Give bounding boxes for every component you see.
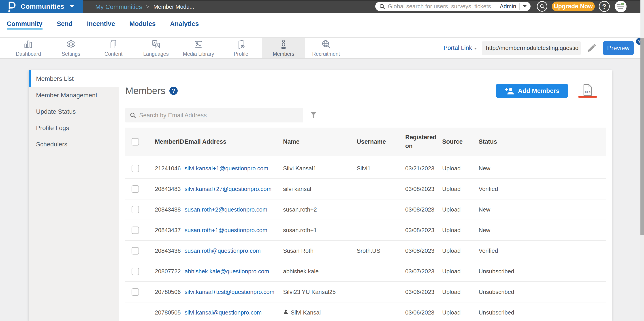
brand-block[interactable]: Communities	[0, 0, 83, 13]
cell-email-link[interactable]: silvi.kansal+1@questionpro.com	[184, 165, 268, 172]
toolbar-item[interactable]: Recruitment	[305, 38, 347, 58]
portal-url-field[interactable]: http://membermoduletesting.questio	[482, 42, 581, 55]
cell-status: New	[476, 227, 606, 234]
toolbar-item[interactable]: Members	[262, 38, 305, 58]
edit-pencil-icon[interactable]	[587, 44, 596, 53]
row-checkbox[interactable]	[132, 165, 139, 172]
cell-name: Susan Roth	[281, 247, 355, 254]
col-username[interactable]: Username	[355, 138, 403, 145]
cell-name: Silvi23 YU Kansal25	[281, 288, 355, 296]
cell-status: Unsubscribed	[476, 268, 606, 275]
member-search-input[interactable]	[139, 112, 298, 119]
chevron-down-icon[interactable]	[474, 48, 477, 50]
cell-name: Silvi Kansal1	[281, 165, 355, 172]
cell-registered: 03/06/2023	[403, 288, 440, 296]
portal-link-group: Portal Link http://membermoduletesting.q…	[444, 38, 634, 58]
table-row: 20780506 silvi.kansal+test@questionpro.c…	[125, 282, 606, 302]
xls-file-icon: XLS	[583, 84, 592, 96]
person-icon	[283, 309, 288, 316]
cell-name: susan.roth+1	[281, 227, 355, 234]
members-content: Members ? Add Members XLS	[125, 70, 606, 321]
nav-tab[interactable]: Modules	[129, 20, 156, 30]
cell-email-link[interactable]: susan.roth@questionpro.com	[184, 247, 261, 254]
help-button[interactable]: ?	[599, 1, 610, 12]
sidebar-item[interactable]: Members List	[29, 70, 119, 87]
scrollbar-thumb[interactable]	[640, 38, 644, 235]
col-registered[interactable]: Registered on	[403, 133, 440, 150]
table-row: 20780505 silvi.kansal@questionpro.com Si…	[125, 302, 606, 321]
cell-username: Silvi1	[355, 165, 403, 172]
global-search-input[interactable]	[388, 3, 500, 10]
breadcrumb: My Communities > Member Modu...	[95, 1, 194, 13]
profile-icon	[236, 39, 246, 50]
toolbar-item[interactable]: Languages	[135, 38, 177, 58]
toolbar-item[interactable]: Media Library	[177, 38, 220, 58]
cell-registered: 03/21/2023	[403, 165, 440, 172]
nav-tabs: Community Send Incentive Modules Analyti…	[0, 13, 644, 37]
nav-tab[interactable]: Incentive	[87, 20, 115, 30]
cell-status: Unsubscribed	[476, 309, 606, 316]
preview-button[interactable]: Preview	[603, 41, 634, 55]
cell-source: Upload	[440, 309, 476, 316]
breadcrumb-parent-link[interactable]: My Communities	[95, 3, 142, 10]
row-checkbox[interactable]	[132, 268, 139, 275]
nav-tab[interactable]: Analytics	[170, 20, 199, 30]
divider	[519, 3, 520, 10]
col-status[interactable]: Status	[476, 138, 606, 145]
cell-registered: 03/06/2023	[403, 309, 440, 316]
scrollbar-track[interactable]	[640, 0, 644, 321]
search-icon	[379, 4, 385, 10]
cell-email-link[interactable]: silvi.kansal+test@questionpro.com	[184, 288, 274, 295]
cell-email-link[interactable]: susan.roth+2@questionpro.com	[184, 206, 268, 213]
cell-email-link[interactable]: silvi.kansal@questionpro.com	[184, 309, 262, 316]
questionpro-logo-icon	[7, 0, 16, 12]
table-row: 20807722 abhishek.kale@questionpro.com a…	[125, 261, 606, 282]
export-xls-button[interactable]: XLS	[578, 84, 597, 98]
cell-source: Upload	[440, 165, 476, 172]
title-help-badge[interactable]: ?	[170, 87, 178, 95]
sidebar-item[interactable]: Member Management	[29, 87, 119, 104]
cell-status: Verified	[476, 247, 606, 254]
table-row: 20843437 susan.roth+1@questionpro.com su…	[125, 220, 606, 241]
search-icon	[130, 112, 136, 118]
add-members-button[interactable]: Add Members	[496, 84, 568, 98]
table-row: 20843483 silvi.kansal+27@questionpro.com…	[125, 179, 606, 200]
nav-tab[interactable]: Send	[57, 20, 73, 30]
col-source[interactable]: Source	[440, 138, 476, 145]
cell-source: Upload	[440, 288, 476, 296]
cell-email-link[interactable]: abhishek.kale@questionpro.com	[184, 268, 269, 275]
search-submit-button[interactable]	[537, 1, 547, 12]
cell-name: susan.roth+2	[281, 206, 355, 213]
nav-tab[interactable]: Community	[7, 20, 42, 30]
upgrade-now-button[interactable]: Upgrade Now	[552, 2, 595, 11]
col-email[interactable]: Email Address	[182, 138, 281, 145]
chevron-down-icon[interactable]	[523, 5, 526, 8]
toolbar-item[interactable]: Settings	[50, 38, 92, 58]
row-checkbox[interactable]	[132, 288, 139, 296]
toolbar-item[interactable]: Dashboard	[7, 38, 50, 58]
cell-email-link[interactable]: susan.roth+1@questionpro.com	[184, 227, 268, 234]
col-member-id[interactable]: MemberID	[152, 138, 182, 145]
row-checkbox[interactable]	[132, 185, 139, 193]
toolbar-item[interactable]: Content	[92, 38, 135, 58]
recruitment-icon	[321, 39, 331, 50]
global-search: Admin	[375, 2, 530, 11]
divider	[0, 58, 644, 59]
toolbar-item[interactable]: Profile	[220, 38, 262, 58]
portal-link-label[interactable]: Portal Link	[444, 44, 472, 52]
filter-icon[interactable]	[310, 112, 317, 119]
sidebar-item[interactable]: Schedulers	[29, 136, 119, 152]
avatar[interactable]	[615, 1, 626, 12]
cell-email-link[interactable]: silvi.kansal+27@questionpro.com	[184, 186, 272, 192]
cell-registered: 03/08/2023	[403, 227, 440, 234]
sidebar-item[interactable]: Profile Logs	[29, 120, 119, 136]
cell-name: abhishek.kale	[281, 268, 355, 275]
select-all-checkbox[interactable]	[132, 138, 139, 146]
row-checkbox[interactable]	[132, 206, 139, 213]
col-name[interactable]: Name	[281, 138, 355, 145]
row-checkbox[interactable]	[132, 247, 139, 254]
sidebar-item[interactable]: Update Status	[29, 104, 119, 120]
cell-status: Verified	[476, 186, 606, 192]
row-checkbox[interactable]	[132, 226, 139, 234]
cell-member-id: 20843483	[152, 186, 182, 192]
